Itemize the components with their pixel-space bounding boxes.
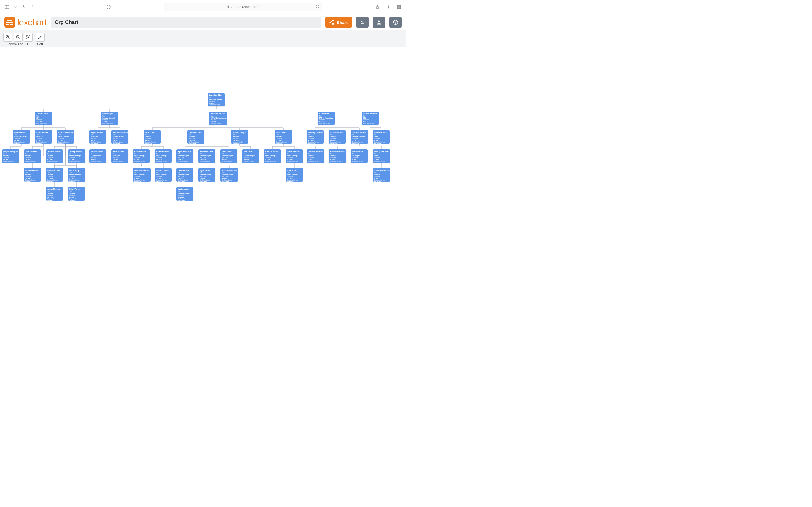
org-node[interactable]: Gregory EstradaTitleDirectorStart Date10…: [307, 130, 324, 144]
back-button[interactable]: [21, 4, 26, 10]
share-icon[interactable]: [375, 4, 380, 10]
node-start-label: Start Date: [134, 157, 148, 158]
org-node[interactable]: Rodney SanchezTitleDirectorStart Date9/1…: [373, 168, 390, 182]
org-node[interactable]: Kendra PerezTitleVP of TaxStart Date9/23…: [35, 130, 52, 144]
node-emp-label: Employee Number: [69, 179, 84, 181]
node-title-label: Title: [178, 153, 192, 155]
account-button[interactable]: [373, 17, 385, 28]
org-node[interactable]: Anita PerezTitleSales ManagerStart Date2…: [286, 168, 303, 182]
chart-title-input[interactable]: Org Chart: [51, 17, 321, 28]
org-node[interactable]: Nichole HintonTitleDirectorStart Date11/…: [329, 130, 346, 144]
org-node[interactable]: Jenna MorenoTitleAnalystStart Date10/14/…: [46, 187, 63, 201]
node-title-value: Sales Manager: [265, 155, 280, 157]
node-emp-value: 46624520: [211, 124, 225, 125]
node-emp-value: 95153491: [287, 162, 301, 163]
org-node[interactable]: Kenneth MatthewsTitleVP of FinanceStart …: [57, 130, 74, 144]
org-node[interactable]: Brian TorresTitleAnalystStart Date2/21/1…: [68, 187, 85, 201]
org-node[interactable]: Jared TerryTitleProject ManagerStart Dat…: [68, 168, 86, 182]
node-title-value: Developer: [352, 155, 366, 157]
org-node[interactable]: Nicole WyattTitleGeneral CounselStart Da…: [101, 112, 118, 125]
org-node[interactable]: Jennifer WintersTitleAnalystStart Date4/…: [46, 149, 63, 163]
org-node[interactable]: Walter SmithTitleDeveloperStart Date9/16…: [351, 149, 368, 163]
node-emp-label: Employee Number: [319, 123, 333, 124]
edit-button[interactable]: [36, 33, 45, 42]
org-node[interactable]: Jonathan ClayTitlePresident & CEOStart D…: [208, 93, 225, 107]
node-title-value: Sales Manager: [178, 174, 192, 175]
org-node[interactable]: Cynthia MooreTitleSales ManagerStart Dat…: [264, 149, 281, 163]
org-node[interactable]: Chad AdamsTitleVP of AccountingStart Dat…: [13, 130, 30, 144]
app-logo[interactable]: lexchart: [4, 17, 47, 27]
zoom-out-button[interactable]: [13, 33, 22, 42]
org-node[interactable]: Robert McmillanTitleCIOStart Date12/27/1…: [362, 112, 378, 125]
node-emp-label: Employee Number: [287, 161, 301, 162]
node-name: Cynthia Moore: [265, 151, 280, 152]
org-node[interactable]: Michael JohnsonTitleSales ManagerStart D…: [220, 168, 238, 182]
org-node[interactable]: Raven GarciaTitleSales ManagerStart Date…: [133, 149, 150, 163]
node-start-label: Start Date: [308, 138, 322, 139]
refresh-icon[interactable]: [315, 4, 319, 9]
org-node[interactable]: Mathew GuerreroTitleSenior CounselStart …: [111, 130, 128, 144]
org-node[interactable]: Brian MartinezTitleLeadStart Date4/2/08E…: [373, 130, 390, 144]
org-node[interactable]: Anna OlsenTitleSales ManagerStart Date9/…: [220, 149, 238, 163]
org-node[interactable]: John ScottTitleSales ManagerStart Date2/…: [242, 149, 259, 163]
org-node[interactable]: Christine HillTitleSales ManagerStart Da…: [176, 168, 193, 182]
svg-line-19: [8, 38, 10, 39]
shield-icon[interactable]: [106, 4, 111, 10]
download-button[interactable]: [356, 17, 368, 28]
org-node[interactable]: Steve MooneyTitleSales ManagerStart Date…: [286, 149, 303, 163]
org-node[interactable]: Elizabeth SmithTitleAnalystStart Date10/…: [46, 168, 63, 182]
org-node[interactable]: Deborah BlairTitleDirectorStart Date10/3…: [188, 130, 204, 144]
org-node[interactable]: Brandi PhillipsTitleDirectorStart Date11…: [231, 130, 248, 144]
org-node[interactable]: Jessica BakerTitleDirectorStart Date1/19…: [24, 149, 41, 163]
org-node[interactable]: Joshua HudsonTitleDirectorStart Date1/16…: [24, 168, 41, 182]
zoom-in-button[interactable]: [3, 33, 12, 42]
node-start-value: 9/29/06: [91, 159, 105, 160]
org-node[interactable]: David WilkinsonTitleEVP of Sales & Marke…: [209, 112, 227, 125]
org-node[interactable]: Selena MoralesTitleSales ManagerStart Da…: [199, 149, 215, 163]
sidebar-toggle-icon[interactable]: [4, 4, 10, 10]
node-title-label: Title: [374, 153, 389, 155]
node-start-value: 4/28/93: [47, 159, 61, 160]
org-node[interactable]: Christle JamesTitleSales ManagerStart Da…: [155, 168, 172, 182]
node-start-value: 4/2/08: [374, 139, 388, 141]
org-node[interactable]: Sherri JohnsonTitleProgram ManagerStart …: [351, 130, 368, 144]
svg-point-17: [395, 23, 396, 24]
node-title-label: Title: [134, 172, 149, 173]
node-name: Raven Garcia: [134, 151, 148, 152]
org-node[interactable]: Pamela SanchezTitleDirectorStart Date2/2…: [329, 149, 346, 163]
org-node[interactable]: Wayne GallagherTitleDirectorStart Date3/…: [2, 149, 19, 163]
fit-button[interactable]: [24, 33, 33, 42]
org-node[interactable]: Ryan RobinsonTitleSales ManagerStart Dat…: [176, 149, 193, 163]
org-node[interactable]: James CamacheTitleDirectorStart Date8/3/…: [307, 149, 324, 163]
org-node[interactable]: Travis MccormickTitleSales ManagerStart …: [133, 168, 151, 182]
org-node[interactable]: Monica JonesTitleLegal CounselStart Date…: [89, 149, 106, 163]
tabs-grid-icon[interactable]: [396, 4, 402, 10]
org-node[interactable]: Patrick PenaTitleParalegalStart Date1/16…: [111, 149, 128, 163]
node-start-label: Start Date: [178, 157, 192, 158]
org-node[interactable]: Ryan MartinTitleSales ManagerStart Date1…: [199, 168, 215, 182]
node-title-label: Title: [233, 134, 247, 135]
org-node[interactable]: Seth BoothTitleDirectorStart Date1/21/06…: [275, 130, 292, 144]
share-button[interactable]: Share: [325, 17, 352, 28]
chart-canvas[interactable]: Jonathan ClayTitlePresident & CEOStart D…: [0, 47, 406, 253]
org-node[interactable]: Tiffany JohnstonTitleLeadStart Date8/29/…: [373, 149, 390, 163]
help-button[interactable]: [389, 17, 402, 28]
node-emp-label: Employee Number: [352, 161, 366, 162]
node-emp-value: 74191759: [374, 143, 388, 144]
org-node[interactable]: Megan MedinaTitleParalegalStart Date9/2/…: [89, 130, 106, 144]
new-tab-icon[interactable]: [386, 4, 391, 10]
org-node[interactable]: Ashley OliverTitleCFOStart Date12/27/10E…: [35, 112, 52, 125]
address-bar[interactable]: app.lexchart.com: [164, 3, 322, 11]
org-node[interactable]: Aaron RobertsTitleSales ManagerStart Dat…: [155, 149, 172, 163]
node-start-label: Start Date: [222, 176, 237, 177]
org-node[interactable]: Tiffany SuarezTitleProject ManagerStart …: [68, 149, 86, 163]
node-title-label: Title: [145, 134, 159, 135]
node-start-label: Start Date: [308, 157, 323, 158]
edit-group: Edit: [36, 33, 45, 46]
org-node[interactable]: Kevin JordanTitleSales ManagerStart Date…: [176, 187, 193, 201]
node-title-label: Title: [113, 134, 127, 135]
org-node[interactable]: Gina SmithTitleDirectorStart Date12/5/15…: [144, 130, 161, 144]
org-node[interactable]: Anna MannTitleEVP of ProductionStart Dat…: [318, 112, 335, 125]
chevron-down-icon[interactable]: [14, 4, 17, 10]
node-emp-value: 63046137: [69, 162, 84, 163]
